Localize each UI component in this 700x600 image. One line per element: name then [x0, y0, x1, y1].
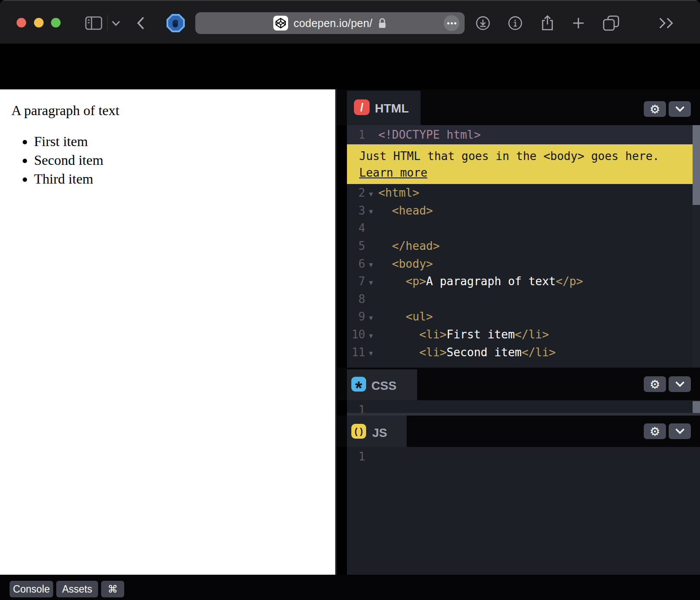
fold-arrow-icon[interactable]: ▾ — [365, 188, 377, 198]
double-chevron-right-icon — [659, 17, 675, 29]
code-line[interactable]: 3▾ <head> — [347, 202, 700, 220]
preview-list: First item Second item Third item — [11, 133, 335, 187]
line-number: 10 — [347, 328, 365, 341]
downloads-button[interactable] — [473, 14, 493, 32]
hand-octagon-icon — [167, 14, 185, 32]
fold-arrow-icon[interactable]: ▾ — [365, 347, 377, 358]
css-editor-scrollbar-thumb[interactable] — [693, 401, 700, 413]
code-line[interactable]: 7▾ <p>A paragraph of text</p> — [347, 273, 700, 290]
code-line[interactable]: 10▾ <li>First item</li> — [347, 326, 700, 344]
zoom-window-button[interactable] — [51, 18, 61, 27]
css-settings-button[interactable]: ⚙ — [644, 376, 666, 392]
line-number: 9 — [347, 310, 365, 323]
fold-arrow-icon[interactable]: ▾ — [365, 329, 377, 340]
fold-arrow-slot — [365, 298, 377, 300]
code-line[interactable]: 5 </head> — [347, 237, 700, 255]
new-tab-button[interactable] — [569, 14, 588, 32]
css-code-editor[interactable]: 1 — [347, 400, 700, 413]
fold-arrow-icon[interactable]: ▾ — [365, 205, 377, 216]
fold-arrow-slot — [365, 245, 377, 247]
reader-info-button[interactable] — [506, 14, 525, 32]
chevron-down-icon — [675, 428, 685, 434]
lock-icon — [378, 17, 387, 29]
html-code-lines: 2▾<html>3▾ <head>45 </head>6▾ <body>7▾ <… — [347, 184, 700, 361]
code-text: <!DOCTYPE html> — [378, 128, 481, 141]
tab-js[interactable]: ( ) JS — [347, 416, 407, 447]
sidebar-icon — [85, 16, 102, 30]
chevron-down-icon — [112, 20, 120, 26]
fold-arrow-slot — [365, 134, 377, 136]
code-text: <head> — [378, 204, 433, 217]
gear-icon: ⚙ — [649, 378, 660, 390]
line-number: 1 — [347, 128, 365, 141]
keyboard-shortcuts-button[interactable]: ⌘ — [101, 581, 124, 597]
cmd-icon: ⌘ — [108, 583, 118, 595]
tab-css[interactable]: * CSS — [347, 369, 417, 400]
content-blocker-extension-button[interactable] — [166, 14, 186, 32]
js-collapse-button[interactable] — [669, 423, 691, 439]
line-number: 1 — [347, 450, 365, 463]
css-collapse-button[interactable] — [669, 376, 691, 392]
learn-more-link[interactable]: Learn more — [359, 166, 428, 179]
page-options-button[interactable] — [444, 15, 459, 31]
js-code-editor[interactable]: 1 — [347, 447, 700, 575]
html-collapse-button[interactable] — [669, 101, 691, 117]
fold-arrow-icon[interactable]: ▾ — [365, 276, 377, 287]
code-line[interactable]: 4 — [347, 219, 700, 237]
line-number: 6 — [347, 257, 365, 270]
console-button[interactable]: Console — [10, 581, 53, 597]
minimize-window-button[interactable] — [34, 18, 44, 27]
assets-button[interactable]: Assets — [56, 581, 98, 597]
toolbar-overflow-button[interactable] — [656, 14, 677, 32]
fold-arrow-icon[interactable]: ▾ — [365, 258, 377, 269]
editor-footer: Console Assets ⌘ — [0, 575, 700, 600]
circle-arrow-down-icon — [475, 15, 491, 31]
code-line-active[interactable]: 1 <!DOCTYPE html> — [347, 125, 693, 144]
share-icon — [540, 15, 554, 31]
gear-icon: ⚙ — [649, 103, 660, 115]
line-number: 5 — [347, 239, 365, 252]
list-item: Second item — [34, 152, 335, 168]
tab-group-menu-button[interactable] — [110, 14, 122, 32]
back-button[interactable] — [133, 14, 148, 32]
fold-arrow-icon[interactable]: ▾ — [365, 311, 377, 322]
code-line[interactable]: 9▾ <ul> — [347, 308, 700, 326]
toolbar-divider — [107, 15, 108, 31]
html-notice-banner: Just HTML that goes in the <body> goes h… — [347, 144, 693, 184]
html-editor-scrollbar-thumb[interactable] — [693, 125, 700, 205]
code-line[interactable]: 8 — [347, 290, 700, 308]
address-bar[interactable]: codepen.io/pen/ — [195, 12, 465, 34]
js-icon: ( ) — [351, 424, 366, 439]
chevron-down-icon — [675, 106, 685, 112]
console-button-label: Console — [13, 583, 50, 595]
js-tab-label: JS — [372, 426, 387, 440]
line-number: 11 — [347, 346, 365, 359]
code-line[interactable]: 6▾ <body> — [347, 255, 700, 273]
code-line[interactable]: 2▾<html> — [347, 184, 700, 202]
js-settings-button[interactable]: ⚙ — [644, 423, 666, 439]
tab-overview-button[interactable] — [601, 14, 622, 32]
share-button[interactable] — [538, 14, 557, 32]
code-text: <li>First item</li> — [378, 328, 549, 341]
line-number: 2 — [347, 186, 365, 199]
html-settings-button[interactable]: ⚙ — [644, 101, 666, 117]
js-panel-header: ( ) JS ⚙ — [336, 416, 700, 447]
line-number: 1 — [347, 403, 365, 413]
html-code-editor[interactable]: 1 <!DOCTYPE html> Just HTML that goes in… — [347, 125, 700, 368]
line-number: 4 — [347, 222, 365, 235]
pane-resize-handle[interactable] — [335, 89, 336, 575]
two-squares-icon — [602, 15, 620, 31]
html-icon: / — [354, 99, 370, 115]
code-line[interactable]: 11▾ <li>Second item</li> — [347, 343, 700, 361]
gear-icon: ⚙ — [649, 426, 660, 437]
sidebar-toggle-button[interactable] — [84, 14, 104, 32]
notice-text: Just HTML that goes in the <body> goes h… — [359, 150, 693, 163]
code-text: <p>A paragraph of text</p> — [378, 275, 583, 288]
fold-arrow-slot — [365, 227, 377, 229]
preview-paragraph: A paragraph of text — [11, 102, 335, 119]
close-window-button[interactable] — [17, 18, 26, 27]
tab-html[interactable]: / HTML — [347, 91, 421, 125]
code-text: <html> — [378, 186, 419, 199]
code-text: <body> — [378, 257, 433, 270]
assets-button-label: Assets — [62, 583, 92, 595]
